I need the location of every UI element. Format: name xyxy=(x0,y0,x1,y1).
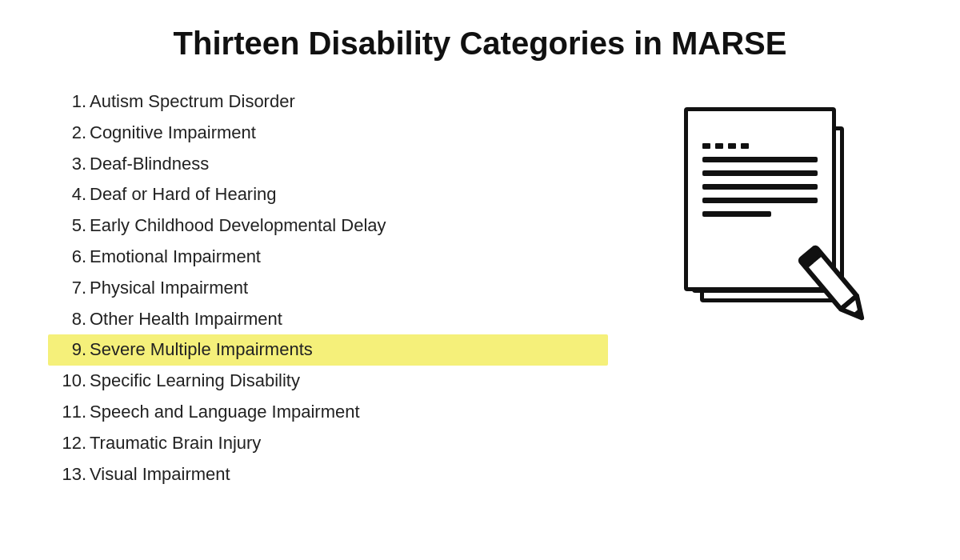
list-item: 4.Deaf or Hard of Hearing xyxy=(48,179,608,210)
disability-list: 1.Autism Spectrum Disorder2.Cognitive Im… xyxy=(48,86,608,490)
list-item-text: Speech and Language Impairment xyxy=(90,400,360,425)
list-item-number: 3. xyxy=(51,152,90,177)
list-item: 8.Other Health Impairment xyxy=(48,304,608,335)
list-item-number: 9. xyxy=(51,338,90,362)
list-item-number: 10. xyxy=(51,369,90,394)
pencil-icon xyxy=(784,235,888,342)
list-item-number: 7. xyxy=(51,276,90,301)
list-item: 5.Early Childhood Developmental Delay xyxy=(48,210,608,242)
doc-dotted-line xyxy=(702,143,818,149)
doc-line-2 xyxy=(702,170,818,176)
list-item-number: 5. xyxy=(51,214,90,238)
list-item: 9.Severe Multiple Impairments xyxy=(48,334,608,366)
list-item-text: Other Health Impairment xyxy=(90,307,282,332)
list-item-number: 4. xyxy=(51,182,90,207)
list-item-number: 13. xyxy=(51,462,90,487)
doc-line-1 xyxy=(702,157,818,162)
page-container: Thirteen Disability Categories in MARSE … xyxy=(0,0,960,560)
list-item-text: Early Childhood Developmental Delay xyxy=(90,214,386,238)
list-item-number: 12. xyxy=(51,431,90,456)
list-item-number: 1. xyxy=(51,90,90,114)
list-item-text: Deaf or Hard of Hearing xyxy=(90,182,277,207)
list-item: 2.Cognitive Impairment xyxy=(48,118,608,149)
document-icon xyxy=(656,102,896,358)
page-title: Thirteen Disability Categories in MARSE xyxy=(48,24,912,62)
doc-lines xyxy=(702,143,818,225)
list-item: 1.Autism Spectrum Disorder xyxy=(48,86,608,118)
list-item-text: Traumatic Brain Injury xyxy=(90,431,261,456)
list-item: 12.Traumatic Brain Injury xyxy=(48,428,608,459)
list-item: 10.Specific Learning Disability xyxy=(48,366,608,397)
list-item-text: Emotional Impairment xyxy=(90,245,261,270)
content-area: 1.Autism Spectrum Disorder2.Cognitive Im… xyxy=(48,86,912,536)
list-item-text: Specific Learning Disability xyxy=(90,369,300,394)
doc-line-3 xyxy=(702,184,818,190)
list-item: 13.Visual Impairment xyxy=(48,459,608,490)
list-section: 1.Autism Spectrum Disorder2.Cognitive Im… xyxy=(48,86,640,490)
icon-section xyxy=(640,86,912,358)
list-item: 11.Speech and Language Impairment xyxy=(48,397,608,428)
list-item-text: Autism Spectrum Disorder xyxy=(90,90,295,114)
list-item: 7.Physical Impairment xyxy=(48,273,608,304)
list-item: 3.Deaf-Blindness xyxy=(48,149,608,180)
list-item: 6.Emotional Impairment xyxy=(48,242,608,273)
list-item-number: 6. xyxy=(51,245,90,270)
doc-line-5 xyxy=(702,211,771,217)
list-item-number: 2. xyxy=(51,121,90,146)
doc-line-4 xyxy=(702,198,818,203)
list-item-number: 8. xyxy=(51,307,90,332)
list-item-text: Visual Impairment xyxy=(90,462,230,487)
list-item-text: Severe Multiple Impairments xyxy=(90,338,313,362)
list-item-text: Physical Impairment xyxy=(90,276,248,301)
list-item-text: Cognitive Impairment xyxy=(90,121,256,146)
list-item-number: 11. xyxy=(51,400,90,425)
list-item-text: Deaf-Blindness xyxy=(90,152,209,177)
